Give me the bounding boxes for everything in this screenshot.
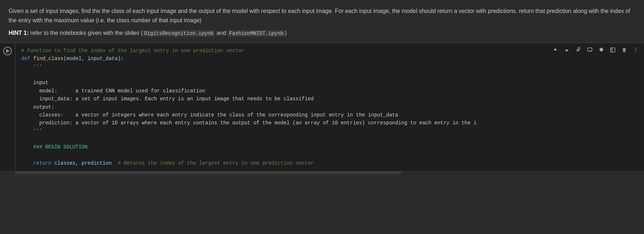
link-icon[interactable] bbox=[574, 46, 582, 54]
hint-code1: DigitsRecognition.ipynb bbox=[143, 30, 215, 37]
delete-icon[interactable] bbox=[620, 46, 628, 54]
code-line-8: output: bbox=[15, 103, 644, 111]
expand-icon[interactable] bbox=[609, 46, 617, 54]
scrollbar-track[interactable] bbox=[15, 171, 401, 174]
code-cell: # Function to find the index of the larg… bbox=[0, 43, 644, 171]
scrollbar-area[interactable] bbox=[0, 171, 644, 174]
hint-and: and bbox=[215, 30, 228, 36]
move-up-icon[interactable] bbox=[551, 46, 559, 54]
hint-text: refer to the notebooks given with the sl… bbox=[29, 30, 143, 36]
comment-icon[interactable] bbox=[586, 46, 594, 54]
run-button[interactable] bbox=[3, 47, 12, 55]
svg-point-3 bbox=[635, 50, 636, 50]
code-line-6: model: a trained CNN model used for clas… bbox=[15, 87, 644, 95]
svg-rect-0 bbox=[588, 48, 592, 51]
code-line-1: # Function to find the index of the larg… bbox=[15, 47, 644, 55]
hint-close: ) bbox=[285, 30, 287, 36]
code-line-11: ''' bbox=[15, 127, 644, 135]
code-line-7: input_data: a set of input images. Each … bbox=[15, 95, 644, 103]
move-down-icon[interactable] bbox=[563, 46, 571, 54]
code-editor[interactable]: # Function to find the index of the larg… bbox=[15, 43, 644, 171]
code-line-9: classes: a vector of integers where each… bbox=[15, 111, 644, 119]
hint-label: HINT 1: bbox=[9, 30, 29, 36]
run-button-column bbox=[0, 43, 15, 171]
code-line-15: return classes, prediction # Returns the… bbox=[15, 159, 644, 167]
settings-icon[interactable] bbox=[597, 46, 605, 54]
code-line-3: ''' bbox=[15, 63, 644, 71]
hint-code2: FashionMNIST.ipynb bbox=[228, 30, 285, 37]
code-line-13: ### BEGIN SOLUTION bbox=[15, 143, 644, 151]
svg-marker-5 bbox=[6, 49, 10, 53]
code-line-12 bbox=[15, 135, 644, 143]
code-line-4 bbox=[15, 71, 644, 79]
code-line-10: prediction: a vector of 1D arrays where … bbox=[15, 119, 644, 127]
cell-toolbar bbox=[551, 46, 640, 54]
more-options-icon[interactable] bbox=[632, 46, 640, 54]
code-line-2: def find_class(model, input_data): bbox=[15, 55, 644, 63]
svg-point-4 bbox=[635, 51, 636, 52]
code-line-5: input bbox=[15, 79, 644, 87]
description-paragraph: Given a set of input images, find the th… bbox=[9, 6, 635, 25]
hint-line: HINT 1: refer to the notebooks given wit… bbox=[9, 28, 635, 38]
svg-rect-1 bbox=[611, 48, 615, 52]
code-line-14 bbox=[15, 151, 644, 159]
description-area: Given a set of input images, find the th… bbox=[0, 0, 644, 43]
svg-point-2 bbox=[635, 48, 636, 49]
